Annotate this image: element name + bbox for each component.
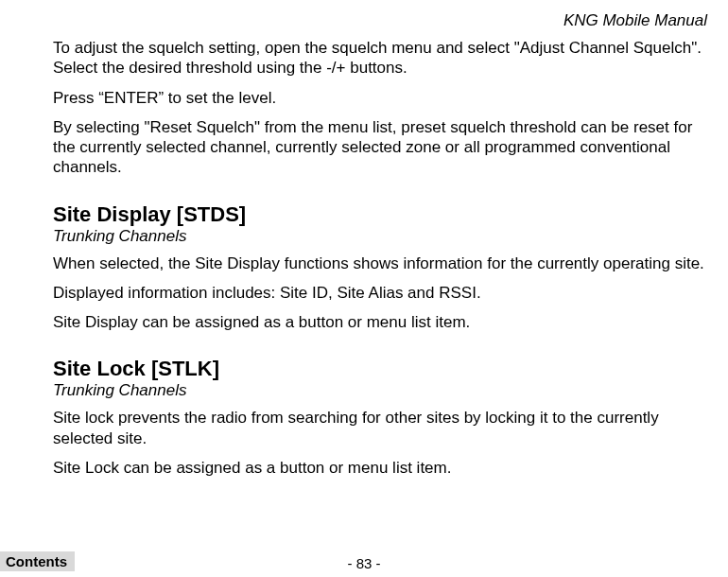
section-heading-site-display: Site Display [STDS] [53,202,707,227]
manual-title: KNG Mobile Manual [563,11,707,29]
page-number: - 83 - [347,555,380,571]
site-display-p1: When selected, the Site Display function… [53,254,707,273]
document-page: KNG Mobile Manual To adjust the squelch … [0,0,728,478]
contents-button[interactable]: Contents [0,551,75,571]
intro-paragraph-3: By selecting "Reset Squelch" from the me… [53,117,707,178]
site-lock-p2: Site Lock can be assigned as a button or… [53,458,707,478]
intro-paragraph-1: To adjust the squelch setting, open the … [53,38,707,79]
site-lock-p1: Site lock prevents the radio from search… [53,408,707,448]
section-subheading-site-display: Trunking Channels [53,227,707,246]
section-heading-site-lock: Site Lock [STLK] [53,357,707,381]
section-subheading-site-lock: Trunking Channels [53,381,707,400]
page-header: KNG Mobile Manual [53,11,707,30]
intro-paragraph-2: Press “ENTER” to set the level. [53,88,707,108]
site-display-p3: Site Display can be assigned as a button… [53,312,707,332]
site-display-p2: Displayed information includes: Site ID,… [53,283,707,303]
